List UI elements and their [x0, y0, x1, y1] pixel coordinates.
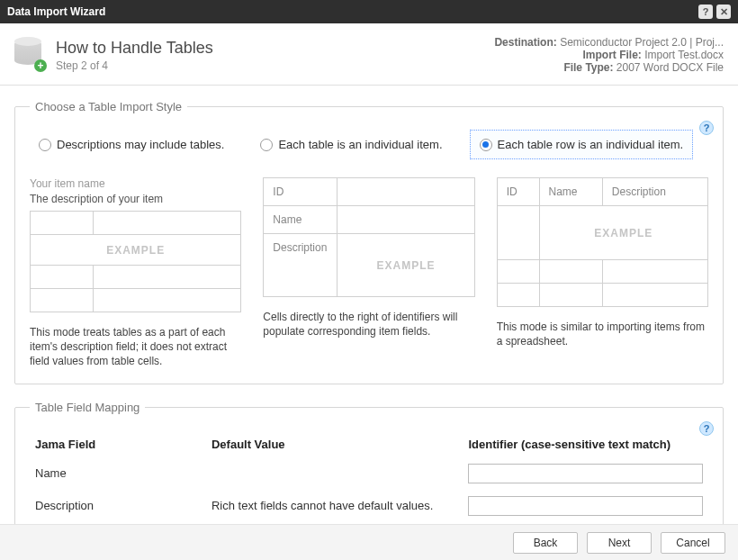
radio-label: Descriptions may include tables. — [57, 138, 224, 151]
preview-description: Cells directly to the right of identifie… — [263, 310, 474, 339]
help-icon[interactable]: ? — [699, 421, 714, 436]
preview-description: This mode treats tables as a part of eac… — [30, 325, 241, 369]
destination-label: Destination: — [494, 36, 556, 49]
page-title: How to Handle Tables — [56, 39, 213, 58]
example-text: EXAMPLE — [338, 234, 474, 297]
import-file-value: Import Test.docx — [644, 49, 724, 61]
mapping-row-description: Description Rich text fields cannot have… — [32, 491, 706, 521]
radio-icon — [39, 139, 51, 151]
content-area: + How to Handle Tables Step 2 of 4 Desti… — [0, 23, 738, 524]
default-value-cell: Rich text fields cannot have default val… — [208, 491, 463, 521]
database-icon: + — [14, 40, 45, 70]
wizard-footer: Back Next Cancel — [0, 524, 738, 560]
import-style-legend: Choose a Table Import Style — [30, 100, 187, 113]
header-name: Name — [539, 178, 602, 206]
identifier-input-description[interactable] — [468, 496, 703, 516]
col-jama-field: Jama Field — [32, 432, 206, 456]
default-value-cell — [208, 458, 463, 489]
import-meta: Destination: Semiconductor Project 2.0 |… — [494, 36, 724, 74]
radio-descriptions-tables[interactable]: Descriptions may include tables. — [30, 130, 233, 159]
preview-caption: Your item name — [30, 177, 241, 190]
radio-each-table-item[interactable]: Each table is an individual item. — [251, 130, 451, 159]
field-mapping-legend: Table Field Mapping — [30, 401, 145, 414]
help-button[interactable]: ? — [698, 5, 713, 19]
radio-label: Each table is an individual item. — [278, 138, 442, 151]
preview-description: This mode is similar to importing items … — [497, 320, 708, 348]
help-icon[interactable]: ? — [699, 121, 714, 135]
close-button[interactable]: ✕ — [716, 5, 731, 19]
file-type-label: File Type: — [563, 61, 613, 74]
col-identifier: Identifier (case-sensitive text match) — [464, 432, 706, 456]
example-text: EXAMPLE — [31, 235, 241, 266]
style-preview-row-item: ID Name Description EXAMPLE This mode is… — [497, 177, 708, 369]
destination-value: Semiconductor Project 2.0 | Proj... — [560, 36, 724, 49]
preview-subcaption: The description of your item — [30, 193, 241, 205]
import-file-label: Import File: — [582, 49, 641, 61]
titlebar: Data Import Wizard ? ✕ — [0, 0, 738, 23]
radio-each-row-item[interactable]: Each table row is an individual item. — [470, 130, 694, 159]
field-mapping-group: Table Field Mapping ? Jama Field Default… — [14, 401, 724, 524]
step-indicator: Step 2 of 4 — [56, 59, 213, 72]
style-preview-table-item: ID Name DescriptionEXAMPLE Cells directl… — [263, 177, 474, 369]
window-title: Data Import Wizard — [7, 5, 105, 18]
style-preview-descriptions: Your item name The description of your i… — [30, 177, 241, 369]
radio-label: Each table row is an individual item. — [498, 138, 684, 151]
cell-name: Name — [264, 206, 338, 234]
back-button[interactable]: Back — [513, 532, 578, 554]
identifier-input-name[interactable] — [468, 464, 703, 483]
cell-id: ID — [264, 178, 338, 206]
radio-icon — [260, 139, 273, 151]
header-description: Description — [602, 178, 707, 206]
preview-table: ID Name DescriptionEXAMPLE — [263, 177, 474, 297]
field-label: Description — [32, 491, 206, 521]
next-button[interactable]: Next — [587, 532, 652, 554]
preview-table: ID Name Description EXAMPLE — [497, 177, 708, 307]
radio-icon — [480, 139, 492, 151]
plus-icon: + — [34, 59, 47, 72]
example-text: EXAMPLE — [539, 206, 707, 260]
wizard-header: + How to Handle Tables Step 2 of 4 Desti… — [0, 23, 738, 86]
mapping-row-name: Name — [32, 458, 706, 489]
header-id: ID — [497, 178, 539, 206]
col-default-value: Default Value — [208, 432, 463, 456]
field-label: Name — [32, 458, 206, 489]
cell-description: Description — [264, 234, 338, 297]
import-style-group: Choose a Table Import Style ? Descriptio… — [14, 100, 724, 384]
file-type-value: 2007 Word DOCX File — [616, 61, 724, 74]
cancel-button[interactable]: Cancel — [661, 532, 725, 554]
preview-table: EXAMPLE — [30, 211, 241, 312]
